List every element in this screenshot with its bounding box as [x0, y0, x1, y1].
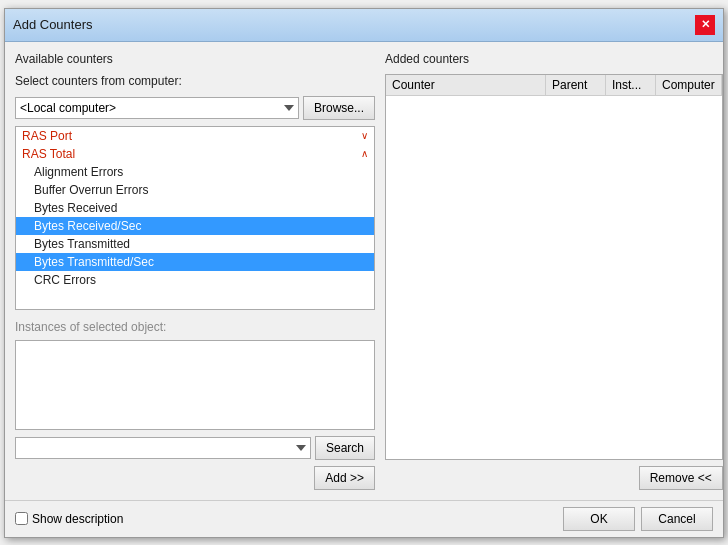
- table-header: Counter Parent Inst... Computer: [386, 75, 722, 96]
- counter-item[interactable]: RAS Total∧: [16, 145, 374, 163]
- counter-item[interactable]: Bytes Received: [16, 199, 374, 217]
- search-row: Search: [15, 436, 375, 460]
- counter-item[interactable]: Bytes Transmitted/Sec: [16, 253, 374, 271]
- show-description-label: Show description: [32, 512, 123, 526]
- col-header-parent: Parent: [546, 75, 606, 95]
- col-header-inst: Inst...: [606, 75, 656, 95]
- show-description-checkbox[interactable]: [15, 512, 28, 525]
- counters-list-wrapper: RAS Port∨RAS Total∧Alignment ErrorsBuffe…: [15, 126, 375, 310]
- counters-list: RAS Port∨RAS Total∧Alignment ErrorsBuffe…: [15, 126, 375, 310]
- computer-select[interactable]: <Local computer>: [15, 97, 299, 119]
- right-panel: Added counters Counter Parent Inst... Co…: [385, 52, 723, 490]
- col-header-counter: Counter: [386, 75, 546, 95]
- col-header-computer: Computer: [656, 75, 722, 95]
- search-combo[interactable]: [15, 437, 311, 459]
- available-counters-label: Available counters: [15, 52, 375, 66]
- computer-row: <Local computer> Browse...: [15, 96, 375, 120]
- instances-box[interactable]: [15, 340, 375, 430]
- ok-button[interactable]: OK: [563, 507, 635, 531]
- close-button[interactable]: ✕: [695, 15, 715, 35]
- title-bar: Add Counters ✕: [5, 9, 723, 42]
- counter-item[interactable]: Buffer Overrun Errors: [16, 181, 374, 199]
- remove-button[interactable]: Remove <<: [639, 466, 723, 490]
- select-label: Select counters from computer:: [15, 74, 375, 88]
- dialog-title: Add Counters: [13, 17, 93, 32]
- bottom-bar: Show description OK Cancel: [5, 500, 723, 537]
- browse-button[interactable]: Browse...: [303, 96, 375, 120]
- left-panel: Available counters Select counters from …: [15, 52, 375, 490]
- instances-label: Instances of selected object:: [15, 320, 375, 334]
- dialog-body: Available counters Select counters from …: [5, 42, 723, 500]
- added-counters-table: Counter Parent Inst... Computer: [385, 74, 723, 460]
- add-button[interactable]: Add >>: [314, 466, 375, 490]
- add-counters-dialog: Add Counters ✕ Available counters Select…: [4, 8, 724, 538]
- counter-item[interactable]: Bytes Received/Sec: [16, 217, 374, 235]
- add-row: Add >>: [15, 466, 375, 490]
- counter-item[interactable]: RAS Port∨: [16, 127, 374, 145]
- counter-item[interactable]: Alignment Errors: [16, 163, 374, 181]
- cancel-button[interactable]: Cancel: [641, 507, 713, 531]
- remove-row: Remove <<: [385, 466, 723, 490]
- counter-item[interactable]: Bytes Transmitted: [16, 235, 374, 253]
- counter-item[interactable]: CRC Errors: [16, 271, 374, 289]
- search-button[interactable]: Search: [315, 436, 375, 460]
- ok-cancel-row: OK Cancel: [563, 507, 713, 531]
- show-description-row: Show description: [15, 512, 555, 526]
- added-counters-label: Added counters: [385, 52, 723, 66]
